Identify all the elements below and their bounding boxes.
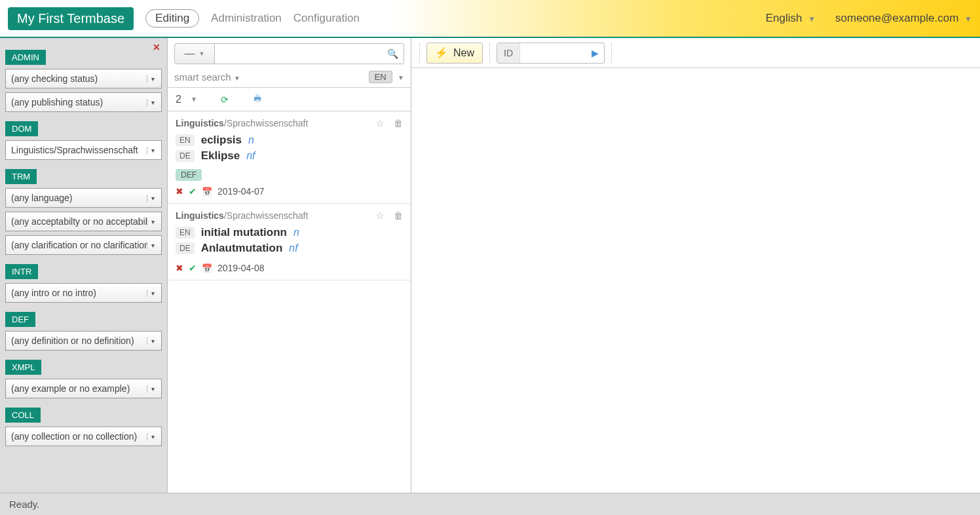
search-input[interactable]: 🔍 (215, 43, 404, 64)
nav-configuration[interactable]: Configuration (293, 12, 360, 25)
lang-badge: EN (176, 134, 195, 146)
chevron-down-icon[interactable]: ▼ (398, 74, 404, 81)
trash-icon[interactable]: 🗑 (394, 118, 403, 128)
term-pos: nf (289, 242, 297, 254)
termbase-name[interactable]: My First Termbase (8, 7, 134, 30)
filter-section-dom: DOM (5, 121, 38, 136)
chevron-down-icon: ▼ (808, 14, 816, 24)
chevron-down-icon: ▼ (964, 14, 972, 24)
filter-sidebar: ✕ ADMIN (any checking status)▾ (any publ… (0, 38, 168, 493)
search-lang-pill[interactable]: EN (369, 71, 392, 83)
print-icon[interactable] (252, 93, 263, 105)
entry[interactable]: Linguistics/Sprachwissenschaft☆🗑ENinitia… (168, 204, 411, 280)
filter-section-xmpl: XMPL (5, 360, 41, 375)
lang-badge: EN (176, 227, 195, 238)
chevron-down-icon: ▾ (147, 147, 156, 154)
search-icon[interactable]: 🔍 (387, 48, 398, 59)
chevron-down-icon: ▾ (147, 218, 156, 225)
svg-rect-1 (255, 94, 259, 97)
id-label: ID (497, 43, 520, 63)
detail-panel: ⚡ New ID ▶ (411, 38, 980, 493)
filter-section-coll: COLL (5, 408, 41, 423)
term-row: DEAnlautmutationnf (176, 242, 403, 255)
id-lookup: ID ▶ (497, 43, 605, 64)
chevron-down-icon: ▾ (147, 195, 156, 202)
close-icon[interactable]: ✕ (153, 42, 160, 52)
chevron-down-icon: ▾ (147, 433, 156, 440)
term-pos: nf (246, 150, 255, 162)
filter-section-trm: TRM (5, 169, 37, 184)
ui-language-selector[interactable]: English ▼ (766, 12, 816, 25)
filter-section-def: DEF (5, 312, 35, 327)
chevron-down-icon: ▾ (147, 242, 156, 249)
chevron-down-icon: ▾ (147, 337, 156, 345)
lang-badge: DE (176, 150, 195, 162)
chevron-down-icon: ▾ (147, 385, 156, 392)
calendar-icon: 📅 (202, 263, 212, 273)
term-row: DEEklipsenf (176, 149, 403, 162)
intro-select[interactable]: (any intro or no intro)▾ (5, 283, 162, 303)
refresh-icon[interactable]: ⟳ (221, 94, 229, 105)
publishing-status-select[interactable]: (any publishing status)▾ (5, 92, 162, 112)
chevron-down-icon: ▾ (147, 75, 156, 83)
calendar-icon: 📅 (202, 187, 212, 197)
clarification-select[interactable]: (any clarification or no clarification)▾ (5, 235, 162, 255)
definition-select[interactable]: (any definition or no definition)▾ (5, 331, 162, 351)
term-text: eclipsis (201, 134, 242, 147)
language-select[interactable]: (any language)▾ (5, 188, 162, 208)
term-row: ENinitial mutationnn (176, 226, 403, 239)
id-input[interactable] (520, 43, 586, 63)
entry-date: 2019-04-07 (217, 186, 265, 197)
chevron-down-icon: ▾ (147, 99, 156, 106)
results-panel: — ▼ 🔍 smart search ▼ EN ▼ 2 ▼ (168, 38, 411, 493)
search-mode-select[interactable]: — ▼ (174, 43, 215, 64)
term-text: Eklipse (201, 149, 240, 162)
status-bar: Ready. (0, 493, 980, 515)
entry-domain: Linguistics/Sprachwissenschaft (176, 210, 403, 221)
user-menu[interactable]: someone@example.com ▼ (835, 12, 972, 25)
term-pos: n (248, 134, 254, 146)
entry-meta: ✖✔📅2019-04-08 (176, 263, 403, 273)
smart-search-toggle[interactable]: smart search ▼ (174, 71, 240, 83)
acceptability-select[interactable]: (any acceptabilty or no acceptability)▾ (5, 212, 162, 231)
checked-icon[interactable]: ✔ (189, 186, 197, 197)
status-text: Ready. (9, 499, 39, 510)
chevron-down-icon[interactable]: ▼ (191, 96, 197, 103)
checked-icon[interactable]: ✔ (189, 263, 197, 273)
chevron-down-icon: ▾ (147, 290, 156, 297)
term-text: Anlautmutation (201, 242, 283, 255)
term-row: ENeclipsisn (176, 134, 403, 147)
star-icon[interactable]: ☆ (376, 210, 385, 221)
domain-select[interactable]: Linguistics/Sprachwissenschaft▾ (5, 140, 162, 160)
term-pos: n (293, 227, 299, 238)
collection-select[interactable]: (any collection or no collection)▾ (5, 427, 162, 446)
def-badge: DEF (176, 169, 202, 181)
nav-editing[interactable]: Editing (145, 9, 199, 28)
star-icon[interactable]: ☆ (376, 118, 385, 128)
entry-date: 2019-04-08 (217, 263, 265, 273)
chevron-down-icon: ▼ (234, 75, 240, 82)
not-checked-icon[interactable]: ✖ (176, 186, 183, 197)
filter-section-intr: INTR (5, 264, 38, 279)
example-select[interactable]: (any example or no example)▾ (5, 379, 162, 398)
nav-administration[interactable]: Administration (211, 12, 282, 25)
result-count: 2 (176, 94, 181, 105)
entry-domain: Linguistics/Sprachwissenschaft (176, 118, 403, 128)
trash-icon[interactable]: 🗑 (394, 210, 403, 221)
new-button[interactable]: ⚡ New (426, 43, 483, 64)
not-checked-icon[interactable]: ✖ (176, 263, 183, 273)
checking-status-select[interactable]: (any checking status)▾ (5, 69, 162, 88)
svg-rect-2 (255, 100, 259, 102)
filter-section-admin: ADMIN (5, 50, 46, 65)
chevron-down-icon: ▼ (199, 50, 205, 57)
entry-meta: ✖✔📅2019-04-07 (176, 186, 403, 197)
entry[interactable]: Linguistics/Sprachwissenschaft☆🗑ENeclips… (168, 111, 411, 204)
go-icon[interactable]: ▶ (586, 48, 604, 58)
app-header: My First Termbase Editing Administration… (0, 0, 980, 38)
bolt-icon: ⚡ (435, 47, 448, 59)
term-text: initial mutationn (201, 226, 287, 239)
lang-badge: DE (176, 242, 195, 254)
